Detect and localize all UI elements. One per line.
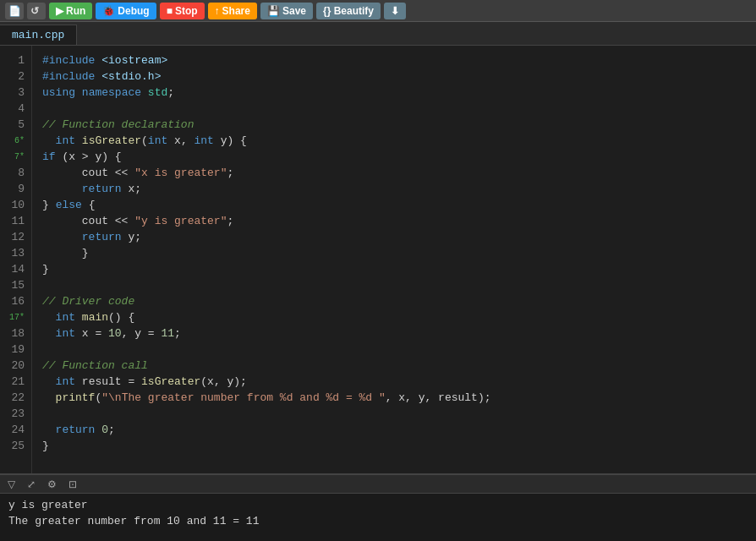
history-icon: ↺	[30, 5, 39, 17]
line-num-15: 15	[7, 277, 25, 293]
line-num-18: 18	[7, 325, 25, 342]
line-num-9: 9	[7, 181, 25, 197]
line-num-22: 22	[7, 390, 25, 406]
line-num-13: 13	[7, 245, 25, 261]
line-num-1: 1	[7, 52, 25, 68]
console-settings-button[interactable]: ⚙	[45, 478, 59, 491]
debug-button[interactable]: 🐞 Debug	[96, 3, 156, 19]
line-num-21: 21	[7, 374, 25, 390]
download-icon: ⬇	[391, 5, 399, 17]
line-num-14: 14	[7, 261, 25, 277]
line-num-16: 16	[7, 293, 25, 309]
console-line-1: y is greater	[8, 497, 748, 513]
line-num-17: 17*	[7, 309, 25, 325]
beautify-button[interactable]: {} Beautify	[316, 3, 381, 19]
line-num-2: 2	[7, 68, 25, 85]
share-button[interactable]: ↑ Share	[208, 3, 257, 19]
tab-main-cpp[interactable]: main.cpp	[0, 25, 77, 45]
line-num-7: 7*	[7, 149, 25, 165]
console-area: ▽ ⤢ ⚙ ⊡ y is greater The greater number …	[0, 473, 756, 541]
code-editor[interactable]: #include <iostream> #include <stdio.h> u…	[32, 46, 756, 473]
line-num-20: 20	[7, 358, 25, 374]
share-icon: ↑	[215, 5, 220, 17]
debug-icon: 🐞	[102, 5, 115, 17]
line-num-25: 25	[7, 438, 25, 454]
line-num-4: 4	[7, 101, 25, 117]
line-num-11: 11	[7, 213, 25, 229]
console-minimize-button[interactable]: ▽	[5, 478, 18, 491]
line-num-19: 19	[7, 342, 25, 358]
download-button[interactable]: ⬇	[384, 3, 406, 19]
line-numbers: 1 2 3 4 5 6* 7* 8 9 10 11 12 13 14 15 16…	[0, 46, 32, 473]
run-button[interactable]: ▶ Run	[49, 3, 92, 19]
line-num-24: 24	[7, 422, 25, 438]
line-num-3: 3	[7, 85, 25, 101]
console-clear-button[interactable]: ⊡	[66, 478, 79, 491]
tab-bar: main.cpp	[0, 22, 756, 46]
stop-icon: ■	[167, 5, 173, 17]
line-num-5: 5	[7, 117, 25, 133]
editor-area: 1 2 3 4 5 6* 7* 8 9 10 11 12 13 14 15 16…	[0, 46, 756, 473]
line-num-23: 23	[7, 406, 25, 422]
file-button[interactable]: 📄	[5, 3, 24, 19]
line-num-12: 12	[7, 229, 25, 245]
console-toolbar: ▽ ⤢ ⚙ ⊡	[0, 475, 756, 494]
toolbar: 📄 ↺ ▶ Run 🐞 Debug ■ Stop ↑ Share 💾 Save …	[0, 0, 756, 22]
run-icon: ▶	[56, 5, 63, 17]
line-num-8: 8	[7, 165, 25, 181]
stop-button[interactable]: ■ Stop	[160, 3, 205, 19]
history-button[interactable]: ↺	[27, 3, 46, 19]
console-line-2: The greater number from 10 and 11 = 11	[8, 513, 748, 529]
line-num-6: 6*	[7, 133, 25, 149]
save-icon: 💾	[267, 5, 280, 17]
console-output: y is greater The greater number from 10 …	[0, 494, 756, 541]
save-button[interactable]: 💾 Save	[260, 3, 313, 19]
console-expand-button[interactable]: ⤢	[25, 478, 38, 491]
line-num-10: 10	[7, 197, 25, 213]
file-icon: 📄	[8, 5, 21, 17]
